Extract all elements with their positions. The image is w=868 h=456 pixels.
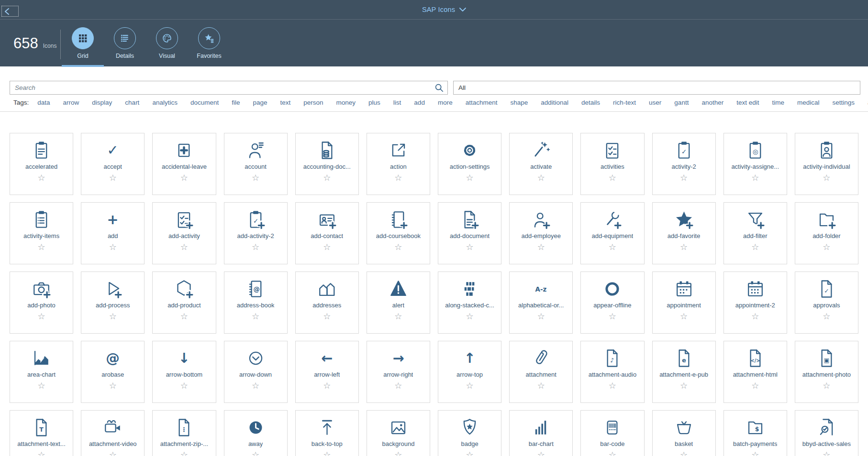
icon-card-bbyd-active-sales[interactable]: bbyd-active-sales☆ [795,410,858,456]
tag-document[interactable]: document [190,99,219,106]
tag-arrow[interactable]: arrow [63,99,79,106]
icon-card-attachment-zip-[interactable]: ⋮attachment-zip-...☆ [152,410,216,456]
icon-card-basket[interactable]: basket☆ [652,410,716,456]
icon-card-attachment[interactable]: attachment☆ [509,341,573,403]
tag-shape[interactable]: shape [510,99,528,106]
favorite-star[interactable]: ☆ [38,451,45,456]
favorite-star[interactable]: ☆ [537,381,545,390]
tab-visual[interactable]: Visual [146,20,188,67]
icon-card-add-process[interactable]: add-process☆ [81,271,145,334]
favorite-star[interactable]: ☆ [252,451,259,456]
favorite-star[interactable]: ☆ [323,381,331,390]
favorite-star[interactable]: ☆ [394,381,402,390]
tag-text[interactable]: text [280,99,291,106]
favorite-star[interactable]: ☆ [252,243,259,251]
favorite-star[interactable]: ☆ [609,312,616,321]
tag-text-edit[interactable]: text edit [736,99,759,106]
tag-settings[interactable]: settings [833,99,855,106]
tag-time[interactable]: time [772,99,784,106]
favorite-star[interactable]: ☆ [609,243,616,251]
favorite-star[interactable]: ☆ [466,312,474,321]
icon-card-area-chart[interactable]: area-chart☆ [10,341,73,403]
icon-card-batch-payments[interactable]: $batch-payments☆ [723,410,787,456]
icon-card-along-stacked-c[interactable]: along-stacked-c...☆ [438,271,501,334]
favorite-star[interactable]: ☆ [109,174,117,182]
favorite-star[interactable]: ☆ [466,451,474,456]
favorite-star[interactable]: ☆ [466,243,474,251]
favorite-star[interactable]: ☆ [751,381,759,390]
favorite-star[interactable]: ☆ [751,451,759,456]
icon-card-appear-offline[interactable]: appear-offline☆ [580,271,644,334]
favorite-star[interactable]: ☆ [680,381,688,390]
icon-card-activate[interactable]: activate☆ [509,133,573,195]
icon-card-address-book[interactable]: @address-book☆ [224,271,288,334]
search-icon[interactable] [434,83,444,92]
icon-card-arrow-top[interactable]: ↑arrow-top☆ [438,341,501,403]
favorite-star[interactable]: ☆ [252,174,259,182]
back-button[interactable] [1,6,19,17]
favorite-star[interactable]: ☆ [823,312,830,321]
icon-card-attachment-video[interactable]: attachment-video☆ [81,410,145,456]
category-select[interactable] [453,81,860,95]
icon-card-accidental-leave[interactable]: accidental-leave☆ [152,133,216,195]
icon-card-approvals[interactable]: ✓approvals☆ [795,271,858,334]
favorite-star[interactable]: ☆ [38,381,45,390]
tag-attachment[interactable]: attachment [466,99,498,106]
tag-person[interactable]: person [303,99,323,106]
favorite-star[interactable]: ☆ [109,381,117,390]
icon-card-activity-items[interactable]: activity-items☆ [10,202,73,264]
favorite-star[interactable]: ☆ [751,174,759,182]
favorite-star[interactable]: ☆ [537,174,545,182]
icon-card-addresses[interactable]: addresses☆ [295,271,359,334]
favorite-star[interactable]: ☆ [751,312,759,321]
favorite-star[interactable]: ☆ [537,312,545,321]
icon-card-accept[interactable]: ✓accept☆ [81,133,145,195]
tag-rich-text[interactable]: rich-text [613,99,636,106]
favorite-star[interactable]: ☆ [466,174,474,182]
favorite-star[interactable]: ☆ [252,312,259,321]
favorite-star[interactable]: ☆ [394,312,402,321]
icon-card-accelerated[interactable]: accelerated☆ [10,133,73,195]
icon-card-appointment[interactable]: appointment☆ [652,271,716,334]
icon-card-attachment-e-pub[interactable]: eattachment-e-pub☆ [652,341,716,403]
favorite-star[interactable]: ☆ [823,243,830,251]
tag-file[interactable]: file [232,99,240,106]
icon-card-arobase[interactable]: @arobase☆ [81,341,145,403]
icon-card-add-contact[interactable]: add-contact☆ [295,202,359,264]
tag-plus[interactable]: plus [368,99,380,106]
favorite-star[interactable]: ☆ [609,174,616,182]
icon-card-add-coursebook[interactable]: add-coursebook☆ [367,202,430,264]
favorite-star[interactable]: ☆ [323,312,331,321]
favorite-star[interactable]: ☆ [680,451,688,456]
icon-card-arrow-down[interactable]: arrow-down☆ [224,341,288,403]
icon-card-add[interactable]: +add☆ [81,202,145,264]
category-select-value[interactable] [454,84,860,91]
icon-card-accounting-doc[interactable]: accounting-doc...☆ [295,133,359,195]
favorite-star[interactable]: ☆ [180,312,188,321]
icon-card-attachment-photo[interactable]: ▣attachment-photo☆ [795,341,858,403]
app-title-menu[interactable]: SAP Icons [422,0,466,19]
tag-money[interactable]: money [336,99,356,106]
favorite-star[interactable]: ☆ [38,243,45,251]
favorite-star[interactable]: ☆ [109,451,117,456]
tag-gantt[interactable]: gantt [674,99,689,106]
icon-card-add-equipment[interactable]: add-equipment☆ [580,202,644,264]
tag-additional[interactable]: additional [541,99,568,106]
tag-medical[interactable]: medical [797,99,820,106]
icon-card-arrow-bottom[interactable]: ↓arrow-bottom☆ [152,341,216,403]
favorite-star[interactable]: ☆ [609,381,616,390]
icon-card-add-photo[interactable]: add-photo☆ [10,271,73,334]
icon-card-attachment-audio[interactable]: ♪attachment-audio☆ [580,341,644,403]
tag-details[interactable]: details [581,99,600,106]
favorite-star[interactable]: ☆ [323,451,331,456]
favorite-star[interactable]: ☆ [537,243,545,251]
tab-favorites[interactable]: Favorites [188,20,230,67]
icon-card-alphabetical-or[interactable]: A-zalphabetical-or...☆ [509,271,573,334]
tag-list[interactable]: list [393,99,401,106]
icon-card-add-employee[interactable]: add-employee☆ [509,202,573,264]
icon-card-back-to-top[interactable]: back-to-top☆ [295,410,359,456]
icon-card-attachment-text[interactable]: Tattachment-text...☆ [10,410,73,456]
favorite-star[interactable]: ☆ [323,174,331,182]
icon-card-add-product[interactable]: add-product☆ [152,271,216,334]
icon-card-bar-chart[interactable]: bar-chart☆ [509,410,573,456]
